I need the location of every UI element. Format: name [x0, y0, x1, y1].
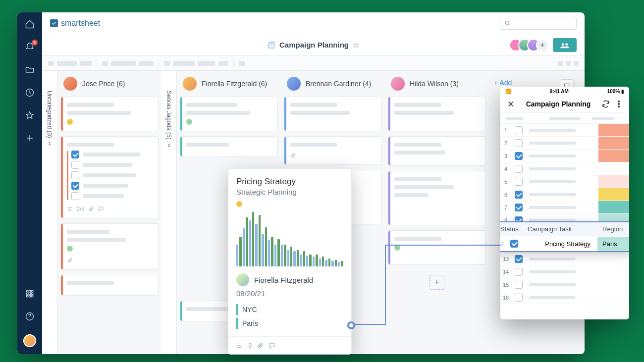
signal-icon: 📶: [505, 89, 511, 94]
svg-point-17: [618, 106, 619, 107]
lane-uncategorized[interactable]: Uncategorized (3): [42, 71, 57, 354]
checkbox[interactable]: [71, 192, 79, 200]
svg-point-14: [565, 43, 568, 46]
svg-point-11: [505, 21, 509, 24]
svg-rect-5: [29, 293, 30, 294]
card[interactable]: [388, 97, 486, 131]
notification-badge: 3: [32, 40, 38, 46]
page-title: Campaign Planning: [279, 41, 349, 49]
top-bar: smartsheet: [42, 12, 585, 34]
lane-seoras[interactable]: Seòras Jagoda (5): [161, 71, 177, 354]
detail-subtitle: Strategic Planning: [236, 188, 343, 196]
attachment-icon: [67, 258, 73, 263]
mobile-row[interactable]: 2: [500, 137, 629, 150]
checklist-icon: [67, 206, 73, 212]
apps-icon[interactable]: [25, 289, 35, 301]
svg-point-13: [562, 43, 564, 46]
mobile-row[interactable]: 3: [500, 150, 629, 162]
attachment-icon: [290, 153, 296, 158]
recent-icon[interactable]: [25, 88, 35, 100]
checkbox[interactable]: [71, 182, 79, 190]
status-dot: [236, 201, 242, 207]
column-header[interactable]: Jose Price (6): [60, 71, 159, 97]
help-icon[interactable]: [25, 311, 35, 323]
card[interactable]: [284, 136, 382, 165]
user-avatar[interactable]: [23, 334, 36, 347]
toolbar: [42, 56, 585, 71]
checklist: [67, 151, 152, 200]
card[interactable]: [60, 223, 159, 270]
card[interactable]: [60, 97, 159, 131]
sheet-icon: [268, 41, 275, 49]
task-name: Pricing Strategy: [524, 237, 597, 251]
favorites-icon[interactable]: [25, 110, 35, 122]
svg-point-16: [618, 103, 619, 104]
mobile-column-headers: [500, 113, 629, 124]
card[interactable]: [180, 136, 278, 157]
mobile-row[interactable]: 15: [500, 278, 629, 291]
card[interactable]: [388, 136, 486, 166]
connector-handle[interactable]: [347, 321, 355, 329]
attachment-icon: [88, 206, 94, 212]
refresh-icon[interactable]: [601, 100, 610, 108]
collaborator-avatars[interactable]: +: [509, 39, 549, 52]
checkbox[interactable]: [71, 151, 79, 158]
column-hilda: Hilda Wilson (3) +: [385, 71, 489, 354]
column-header[interactable]: Brennan Gardiner (4): [284, 71, 382, 97]
title-bar: Campaign Planning ☆ +: [42, 34, 585, 56]
brand-logo[interactable]: smartsheet: [50, 19, 100, 28]
tag[interactable]: Paris: [236, 318, 262, 329]
home-icon[interactable]: [25, 19, 35, 31]
card[interactable]: [180, 97, 278, 131]
region-cell: Paris: [597, 237, 629, 251]
close-icon[interactable]: [506, 100, 515, 108]
column-header[interactable]: Fiorella Fitzgerald (6): [180, 71, 278, 97]
col-header: Region: [597, 222, 629, 236]
favorite-star-icon[interactable]: ☆: [353, 41, 359, 50]
row-callout: Status Campaign Task Region 2 Pricing St…: [500, 221, 629, 252]
svg-rect-1: [26, 290, 28, 292]
mobile-row[interactable]: 7: [500, 201, 629, 214]
mobile-row[interactable]: 6: [500, 188, 629, 201]
card-detail-popup: Pricing Strategy Strategic Planning Fior…: [228, 168, 352, 355]
svg-rect-3: [31, 290, 33, 292]
card[interactable]: [284, 97, 382, 131]
svg-point-15: [618, 101, 619, 102]
mobile-row[interactable]: 4: [500, 162, 629, 175]
comment-icon: [268, 342, 275, 349]
notifications-icon[interactable]: 3: [25, 42, 35, 54]
avatar: [236, 273, 249, 286]
brand-check-icon: [50, 19, 58, 27]
column-jose: Jose Price (6) 2/5: [57, 71, 161, 354]
mobile-row[interactable]: 13: [500, 253, 629, 265]
mobile-row[interactable]: 1: [500, 124, 629, 137]
search-input[interactable]: [500, 17, 577, 30]
add-card-button[interactable]: +: [429, 275, 444, 290]
card[interactable]: [60, 275, 159, 296]
card[interactable]: 2/5: [60, 136, 159, 218]
row-number: 2: [500, 237, 505, 251]
card[interactable]: [388, 171, 486, 225]
checkbox[interactable]: [510, 240, 518, 248]
folder-icon[interactable]: [25, 65, 35, 77]
mobile-preview: 📶 9:41 AM 100% ▮ Campaign Planning 12345…: [500, 87, 629, 319]
tag[interactable]: NYC: [236, 304, 261, 315]
more-icon[interactable]: [614, 100, 623, 108]
add-collaborator-button[interactable]: +: [536, 39, 549, 52]
add-icon[interactable]: [25, 133, 35, 145]
column-header[interactable]: Hilda Wilson (3): [388, 71, 486, 97]
mobile-row[interactable]: 5: [500, 175, 629, 188]
checkbox[interactable]: [71, 171, 79, 179]
checkbox[interactable]: [71, 161, 79, 169]
mobile-title: Campaign Planning: [519, 100, 597, 108]
detail-title: Pricing Strategy: [236, 177, 343, 187]
mobile-row[interactable]: 16: [500, 291, 629, 304]
attachment-icon: [257, 342, 264, 349]
mobile-status-bar: 📶 9:41 AM 100% ▮: [500, 87, 629, 96]
card[interactable]: [388, 230, 486, 265]
svg-rect-6: [31, 293, 33, 294]
assignee-row: Fiorella Fitzgerald: [236, 273, 343, 286]
share-button[interactable]: [553, 38, 577, 52]
left-nav-rail: 3: [17, 12, 42, 354]
mobile-row[interactable]: 14: [500, 265, 629, 278]
